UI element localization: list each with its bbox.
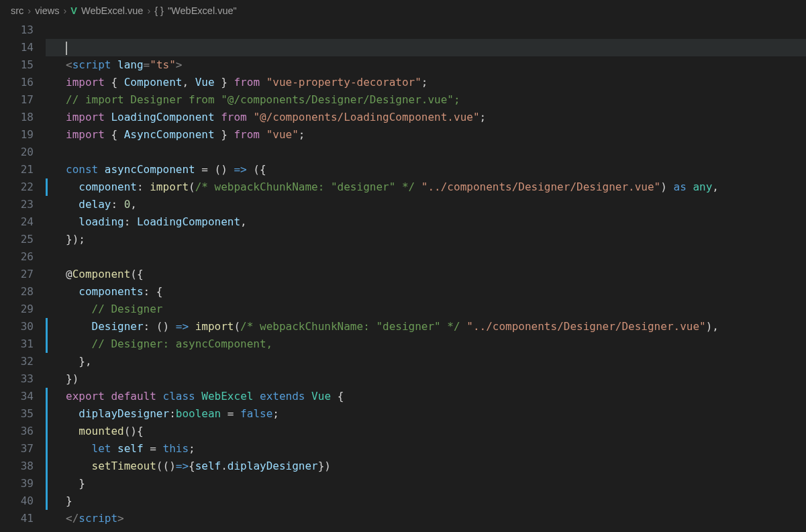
code-line[interactable]: export default class WebExcel extends Vu… [46,388,806,405]
modified-line-indicator [46,405,48,423]
breadcrumb-item[interactable]: src [11,5,23,16]
code-token: "vue-property-decorator" [266,76,421,89]
code-token: // Designer [92,303,163,315]
code-token: ) [660,180,673,193]
line-number: 39 [0,475,34,492]
line-number: 40 [0,492,34,510]
line-number: 14 [0,39,34,56]
code-token: /* webpackChunkName: "designer" */ [195,180,415,193]
code-line[interactable]: loading: LoadingComponent, [46,213,806,231]
line-number: 21 [0,161,34,178]
code-line[interactable] [46,248,806,266]
code-line[interactable]: @Component({ [46,266,806,283]
code-token: ; [299,128,305,141]
modified-line-indicator [46,178,48,196]
code-line[interactable]: } [46,492,806,510]
code-token: > [117,512,124,525]
code-editor[interactable]: 1314151617181920212223242526272829303132… [0,21,806,532]
code-line[interactable]: } [46,475,806,492]
code-line[interactable]: delay: 0, [46,196,806,213]
breadcrumb-item[interactable]: views [35,5,59,16]
code-token: LoadingComponent [137,215,240,228]
code-token: Vue [195,76,215,89]
line-number: 28 [0,283,34,301]
code-line[interactable] [46,21,806,39]
code-token: setTimeout [92,460,156,472]
code-line[interactable]: import { AsyncComponent } from "vue"; [46,126,806,144]
code-token: ({ [247,163,266,176]
code-token [66,180,79,193]
breadcrumb[interactable]: src › views › V WebExcel.vue › { } "WebE… [0,0,806,21]
code-line[interactable]: }, [46,353,806,370]
code-token: ( [234,320,240,333]
line-number: 22 [0,178,34,196]
code-token: , [182,76,195,89]
code-line[interactable]: }); [46,231,806,248]
code-token [98,163,105,176]
code-token: "@/components/LoadingComponent.vue" [253,111,479,123]
code-token: ; [480,111,487,123]
code-token: = () [195,163,234,176]
code-token: export [66,390,105,403]
code-token: boolean [176,407,221,420]
code-line[interactable]: // import Designer from "@/components/De… [46,91,806,109]
code-line[interactable]: </script> [46,510,806,527]
code-token [195,390,202,403]
code-line[interactable]: component: import(/* webpackChunkName: "… [46,178,806,196]
line-number: 17 [0,91,34,109]
code-token: from [234,76,260,89]
modified-line-indicator [46,318,48,335]
line-number: 15 [0,56,34,74]
line-number: 13 [0,21,34,39]
code-token: ; [189,442,195,455]
code-token: . [221,460,228,472]
line-number: 23 [0,196,34,213]
modified-line-indicator [46,335,48,353]
code-line[interactable]: }) [46,370,806,388]
code-token [247,111,254,123]
code-line[interactable]: diplayDesigner:boolean = false; [46,405,806,423]
code-line[interactable] [46,144,806,161]
modified-line-indicator [46,440,48,458]
code-token: > [176,58,183,71]
code-token: "vue" [266,128,299,141]
code-token: </ [66,512,79,525]
code-token: , [240,215,247,228]
code-line[interactable]: // Designer: asyncComponent, [46,335,806,353]
code-line[interactable]: // Designer [46,301,806,318]
code-token [156,390,163,403]
code-line[interactable]: mounted(){ [46,423,806,440]
code-token: => [176,460,189,472]
code-token [66,407,79,420]
code-line[interactable]: Designer: () => import(/* webpackChunkNa… [46,318,806,335]
code-line[interactable]: import { Component, Vue } from "vue-prop… [46,74,806,91]
line-number: 27 [0,266,34,283]
code-token: : [111,198,123,211]
code-token: (() [156,460,176,472]
code-content[interactable]: <script lang="ts">import { Component, Vu… [46,21,806,532]
code-token: : [124,215,137,228]
line-number: 25 [0,231,34,248]
code-line[interactable]: const asyncComponent = () => ({ [46,161,806,178]
modified-line-indicator [46,388,48,405]
code-token [460,320,467,333]
code-token: /* webpackChunkName: "designer" */ [240,320,460,333]
chevron-right-icon: › [28,5,31,16]
code-token: @ [66,268,72,280]
code-line[interactable]: <script lang="ts"> [46,56,806,74]
code-line[interactable]: setTimeout(()=>{self.diplayDesigner}) [46,458,806,475]
line-number-gutter: 1314151617181920212223242526272829303132… [0,21,46,532]
line-number: 38 [0,458,34,475]
code-token: from [221,111,247,123]
code-line[interactable]: import LoadingComponent from "@/componen… [46,109,806,126]
code-token: }) [318,460,331,472]
code-token: mounted [79,425,123,437]
line-number: 41 [0,510,34,527]
code-token: : [169,407,176,420]
code-token: => [234,163,246,176]
breadcrumb-item[interactable]: "WebExcel.vue" [168,5,237,16]
breadcrumb-item[interactable]: WebExcel.vue [81,5,143,16]
code-line[interactable]: let self = this; [46,440,806,458]
code-line[interactable]: components: { [46,283,806,301]
code-line[interactable] [46,39,806,56]
